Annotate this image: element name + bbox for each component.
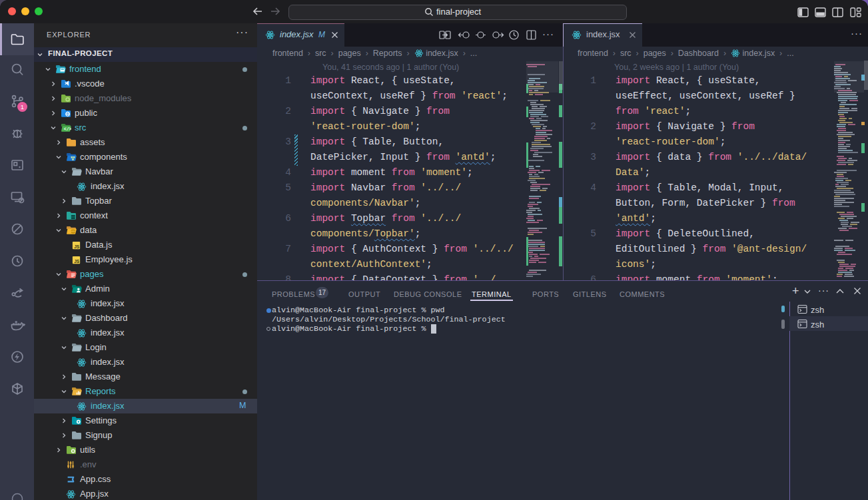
svg-text:</>: </>	[64, 127, 71, 132]
svg-text:JS: JS	[74, 244, 80, 249]
svg-text:JS: JS	[74, 259, 80, 264]
